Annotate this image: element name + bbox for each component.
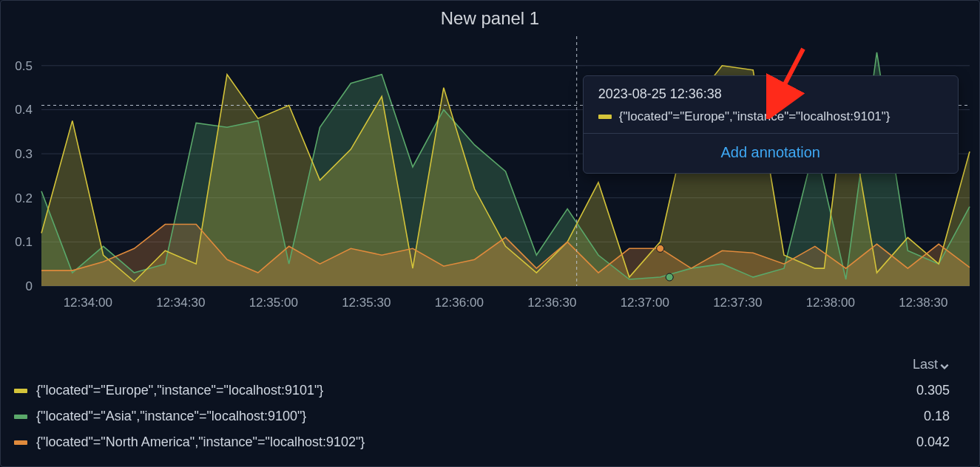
legend-row[interactable]: {"located"="North America","instance"="l… [14,434,950,450]
tooltip-series-label: {"located"="Europe","instance"="localhos… [619,109,891,124]
series-swatch-icon [14,389,27,393]
svg-text:12:36:00: 12:36:00 [435,296,484,310]
svg-text:0.5: 0.5 [15,59,33,73]
panel-title: New panel 1 [1,1,979,32]
legend-series-value: 0.305 [891,383,950,398]
svg-text:0.4: 0.4 [15,103,33,117]
chart-panel: New panel 1 00.10.20.30.40.512:34:0012:3… [0,0,980,467]
legend-series-value: 0.18 [891,409,950,424]
legend-column-label: Last [913,357,938,372]
legend-row[interactable]: {"located"="Europe","instance"="localhos… [14,383,950,398]
svg-text:0: 0 [26,279,33,293]
legend-series-label: {"located"="North America","instance"="l… [36,434,365,450]
svg-text:12:35:30: 12:35:30 [342,296,391,310]
legend: Last {"located"="Europe","instance"="loc… [14,357,950,460]
svg-text:12:34:30: 12:34:30 [156,296,205,310]
tooltip-timestamp: 2023-08-25 12:36:38 [598,86,943,102]
svg-text:12:37:30: 12:37:30 [713,296,762,310]
svg-text:0.3: 0.3 [15,147,33,161]
svg-text:0.2: 0.2 [15,191,33,205]
svg-text:12:37:00: 12:37:00 [621,296,669,310]
hover-tooltip: 2023-08-25 12:36:38 {"located"="Europe",… [583,75,959,174]
add-annotation-button[interactable]: Add annotation [598,134,943,173]
svg-text:0.1: 0.1 [15,235,33,249]
legend-series-value: 0.042 [891,434,950,450]
svg-point-25 [666,273,673,281]
legend-header[interactable]: Last [14,357,950,372]
tooltip-series-row: {"located"="Europe","instance"="localhos… [598,109,943,124]
series-swatch-icon [598,115,612,119]
legend-series-label: {"located"="Europe","instance"="localhos… [36,383,323,398]
svg-text:12:36:30: 12:36:30 [527,296,576,310]
svg-text:12:34:00: 12:34:00 [64,296,112,310]
legend-row[interactable]: {"located"="Asia","instance"="localhost:… [14,409,950,424]
legend-series-label: {"located"="Asia","instance"="localhost:… [36,409,306,424]
svg-text:12:35:00: 12:35:00 [249,296,298,310]
svg-text:12:38:00: 12:38:00 [806,296,855,310]
chevron-down-icon [939,360,950,370]
svg-text:12:38:30: 12:38:30 [899,296,947,310]
series-swatch-icon [14,415,27,419]
chart-area[interactable]: 00.10.20.30.40.512:34:0012:34:3012:35:00… [1,32,979,350]
svg-point-24 [657,245,664,252]
series-swatch-icon [14,440,27,445]
